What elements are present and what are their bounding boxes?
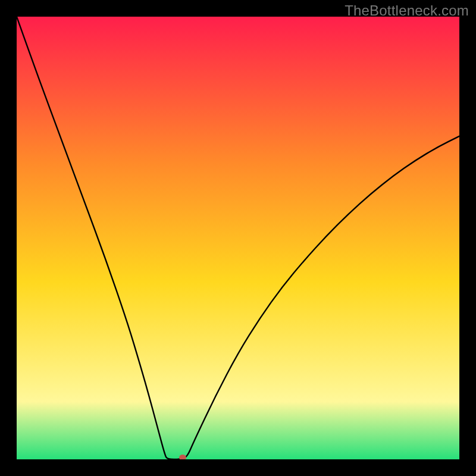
chart-svg	[17, 17, 459, 459]
chart-plot-area	[17, 17, 459, 459]
chart-frame: TheBottleneck.com	[0, 0, 476, 476]
gradient-background	[17, 17, 459, 459]
